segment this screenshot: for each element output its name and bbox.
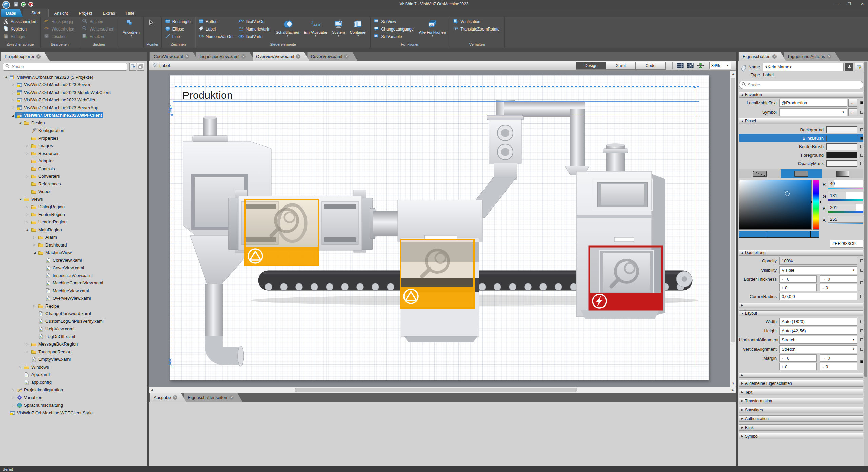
property-field-localizabletext[interactable]: @Production — [779, 99, 847, 107]
menu-tab-projekt[interactable]: Projekt — [74, 9, 98, 17]
ribbon-button-wiederholen[interactable]: Wiederholen — [42, 25, 76, 33]
property-field-horizontalalignment[interactable]: Stretch▼ — [779, 336, 857, 344]
expander-icon[interactable]: ▷ — [25, 205, 29, 209]
document-tab-inspectionview-xaml[interactable]: InspectionView.xaml✕ — [196, 52, 255, 61]
close-icon[interactable]: ✕ — [827, 54, 831, 59]
binding-indicator[interactable] — [857, 338, 863, 341]
tree-item[interactable]: ◢VisiWin7.OrbMachine2023 (5 Projekte) — [1, 73, 146, 81]
ribbon-bigbutton-ein-ausgabe[interactable]: 2ABCEin-/Ausgabe▼ — [301, 18, 330, 37]
expander-icon[interactable]: ▷ — [25, 350, 29, 353]
ribbon-button-line[interactable]: Line — [163, 33, 192, 40]
tree-item[interactable]: ▷VisiWin7.OrbMachine2023.MobileWebClient — [1, 88, 146, 96]
tree-item[interactable]: ▷Sprachumschaltung — [1, 401, 146, 409]
quad-field[interactable]: ↑0 — [779, 363, 817, 370]
ribbon-button-verification[interactable]: 87Verification — [451, 18, 501, 25]
snap-alignment-icon[interactable] — [696, 62, 705, 69]
quad-field[interactable]: →0 — [820, 275, 857, 283]
expander-icon[interactable]: ▷ — [11, 388, 15, 392]
expander-icon[interactable]: ▷ — [11, 83, 15, 86]
name-input[interactable]: <Kein Name> — [763, 63, 844, 71]
selection-handle[interactable] — [171, 100, 173, 102]
tree-item[interactable]: ▷Images — [1, 142, 146, 150]
binding-indicator[interactable] — [857, 275, 863, 284]
quad-field[interactable]: ↓0 — [820, 284, 857, 291]
quad-field[interactable]: →0 — [820, 354, 857, 362]
tree-item[interactable]: ▷Alarm — [1, 234, 146, 241]
ribbon-button-label[interactable]: Label — [197, 25, 235, 33]
binding-indicator[interactable] — [857, 320, 863, 323]
ribbon-button-setview[interactable]: SetView — [372, 18, 415, 25]
expander-icon[interactable]: ◢ — [18, 121, 22, 124]
menu-tab-ansicht[interactable]: Ansicht — [49, 9, 74, 17]
sync-selection-button[interactable] — [129, 63, 136, 71]
tree-item[interactable]: ▷MessageBoxRegion — [1, 340, 146, 348]
expander-icon[interactable]: ▷ — [11, 106, 15, 109]
tree-item[interactable]: ◢Design — [1, 119, 146, 127]
hue-bar[interactable] — [813, 180, 819, 230]
brush-swatch[interactable] — [826, 126, 857, 133]
tree-item[interactable]: ChangePassword.xaml — [1, 310, 146, 318]
binding-indicator[interactable] — [857, 259, 863, 262]
binding-indicator[interactable] — [857, 269, 863, 272]
ribbon-bigbutton-alle-funktionen[interactable]: 0:1Alle Funktionen▼ — [417, 18, 448, 37]
close-icon[interactable]: ✕ — [344, 54, 349, 59]
saturation-value-box[interactable] — [739, 180, 812, 230]
ribbon-button-rectangle[interactable]: Rectangle — [163, 18, 192, 25]
expander-icon[interactable]: ▷ — [25, 342, 29, 346]
tree-item[interactable]: ▷Projektkonfiguration — [1, 386, 146, 394]
section-header-blink[interactable]: ▶Blink — [739, 424, 863, 431]
canvas-vertical-scrollbar[interactable]: ▲ ▼ — [730, 71, 736, 387]
grid-row-marker[interactable] — [170, 114, 174, 116]
close-icon[interactable]: ✕ — [772, 54, 777, 59]
brush-swatch[interactable] — [826, 135, 857, 141]
channel-input-a[interactable]: 255 — [828, 216, 863, 223]
binding-indicator[interactable] — [857, 154, 863, 157]
restore-button[interactable]: ❐ — [846, 1, 853, 6]
more-button[interactable]: ... — [848, 99, 857, 107]
tree-item[interactable]: CoreView.xaml — [1, 256, 146, 264]
section-header-authorization[interactable]: ▶Authorization — [739, 415, 863, 422]
brush-swatch[interactable] — [826, 160, 857, 167]
ribbon-button-numericvarin[interactable]: 210NumericVarIn — [237, 25, 272, 33]
section-header-layout[interactable]: ▲Layout — [739, 310, 863, 316]
tree-item[interactable]: EmptyView.xaml — [1, 356, 146, 363]
property-field-cornerradius[interactable]: 0,0,0,0 — [779, 293, 857, 300]
tree-item[interactable]: VisiWin7.OrbMachine.WPFClient.Style — [1, 409, 146, 417]
brush-row-background[interactable]: Background — [739, 125, 863, 134]
tree-item[interactable]: Konfiguration — [1, 127, 146, 135]
ribbon-button-ausschneiden[interactable]: Ausschneiden — [1, 18, 38, 25]
binding-indicator[interactable] — [857, 329, 863, 332]
ribbon-button-r-ckg-ngig[interactable]: Rückgängig — [42, 18, 76, 25]
tree-item[interactable]: InspectionView.xaml — [1, 272, 146, 279]
expander-icon[interactable]: ▷ — [25, 213, 29, 216]
section-header-favoriten[interactable]: ▲Favoriten — [739, 92, 863, 98]
canvas-title-label[interactable]: Produktion — [182, 90, 233, 101]
binding-indicator[interactable] — [857, 162, 863, 165]
tree-item[interactable]: ◢MainRegion — [1, 226, 146, 234]
tree-item[interactable]: ▷VisiWin7.OrbMachine2023.ServerApp — [1, 104, 146, 112]
solid-brush-button[interactable] — [781, 169, 822, 178]
expander-icon[interactable]: ▷ — [11, 91, 15, 94]
menu-tab-extras[interactable]: Extras — [98, 9, 120, 17]
document-tab-coverview-xaml[interactable]: CoverView.xaml✕ — [307, 52, 357, 61]
channel-input-b[interactable]: 201 — [828, 204, 863, 211]
panel-tab-projektexplorer[interactable]: Projektexplorer✕ — [1, 52, 50, 61]
section-header-symbol[interactable]: ▶Symbol — [739, 433, 863, 439]
more-button[interactable]: ... — [848, 108, 857, 116]
tree-item[interactable]: ▷Resources — [1, 150, 146, 157]
tree-item[interactable]: CoverView.xaml — [1, 264, 146, 272]
brush-row-opacitymask[interactable]: OpacityMask — [739, 159, 863, 168]
properties-tab-eigenschaften[interactable]: Eigenschaften✕ — [739, 52, 786, 61]
menu-tab-datei[interactable]: Datei — [1, 9, 23, 17]
document-tab-overviewview-xaml[interactable]: OverviewView.xaml✕ — [253, 52, 309, 61]
ribbon-button-einf-gen[interactable]: Einfügen — [1, 33, 38, 40]
tree-item[interactable]: ▷Converters — [1, 173, 146, 180]
tree-item[interactable]: Adapter — [1, 157, 146, 165]
expander-icon[interactable]: ◢ — [18, 197, 22, 201]
output-tab-eigenschaftenseiten[interactable]: Eigenschaftenseiten✕ — [184, 393, 242, 402]
tree-item[interactable]: ◢VisiWin7.OrbMachine2023.WPFClient — [1, 112, 146, 119]
tree-item[interactable]: ▷Variablen — [1, 394, 146, 401]
close-icon[interactable]: ✕ — [173, 395, 177, 400]
expander-icon[interactable]: ▷ — [25, 175, 29, 178]
menu-tab-start[interactable]: Start — [23, 9, 48, 17]
